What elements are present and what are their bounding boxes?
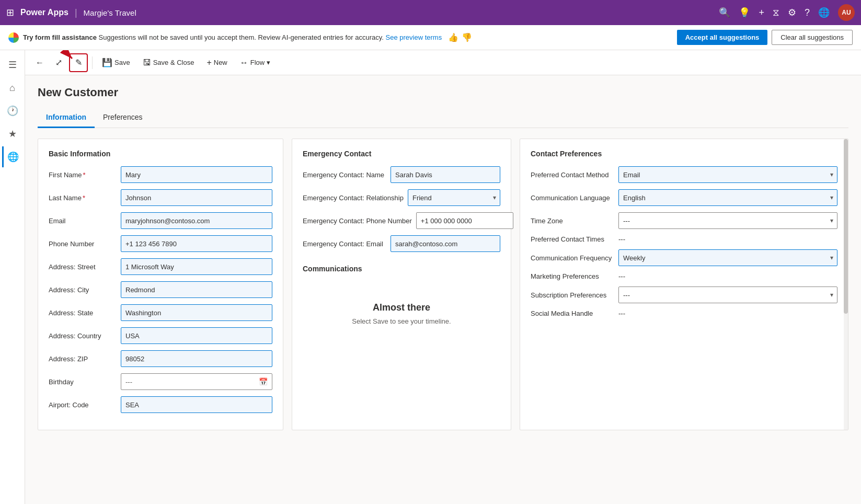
birthday-row: Birthday --- 📅 (49, 373, 272, 390)
first-name-row: First Name* (49, 166, 272, 183)
state-input[interactable] (121, 304, 272, 321)
airport-input[interactable] (121, 396, 272, 413)
edit-button[interactable]: ✎ (69, 53, 88, 72)
clear-all-button[interactable]: Clear all suggestions (772, 30, 853, 45)
marketing-row: Marketing Preferences --- (531, 272, 837, 280)
street-input[interactable] (121, 258, 272, 275)
timezone-label: Time Zone (531, 217, 614, 225)
nav-divider: | (75, 7, 77, 18)
email-input[interactable] (121, 212, 272, 229)
ec-phone-row: Emergency Contact: Phone Number (303, 212, 500, 229)
grid-icon[interactable]: ⊞ (6, 7, 14, 18)
thumbup-icon[interactable]: 👍 (448, 32, 458, 42)
email-label: Email (49, 217, 117, 225)
comm-freq-label: Communication Frequency (531, 254, 614, 262)
phone-input[interactable] (121, 235, 272, 252)
ai-logo (8, 32, 19, 43)
search-icon[interactable]: 🔍 (719, 7, 730, 18)
contact-preferences-panel: Contact Preferences Preferred Contact Me… (520, 139, 848, 430)
lightbulb-icon[interactable]: 💡 (739, 7, 750, 18)
popout-button[interactable]: ⤢ (50, 54, 67, 71)
sidebar-item-pinned[interactable]: ★ (2, 123, 23, 144)
pref-method-label: Preferred Contact Method (531, 171, 614, 179)
state-label: Address: State (49, 309, 117, 317)
plus-icon[interactable]: + (759, 7, 764, 18)
tab-preferences[interactable]: Preferences (95, 108, 151, 128)
street-row: Address: Street (49, 258, 272, 275)
ai-feedback: 👍 👎 (448, 32, 472, 42)
pref-times-value: --- (618, 235, 625, 243)
communications-title: Communications (303, 265, 500, 273)
basic-info-panel: Basic Information First Name* Last Name*… (38, 139, 283, 430)
ec-phone-label: Emergency Contact: Phone Number (303, 217, 412, 225)
timezone-wrapper: --- ▾ (618, 212, 837, 229)
sidebar-item-home[interactable]: ⌂ (2, 77, 23, 98)
subscription-label: Subscription Preferences (531, 291, 614, 299)
city-label: Address: City (49, 286, 117, 294)
ec-relationship-row: Emergency Contact: Relationship Friend F… (303, 189, 500, 206)
page-title: New Customer (38, 86, 848, 99)
pref-method-wrapper: Email Phone ▾ (618, 166, 837, 183)
timezone-select[interactable]: --- (618, 212, 837, 229)
airport-row: Airport: Code (49, 396, 272, 413)
calendar-icon: 📅 (259, 377, 268, 386)
scroll-thumb[interactable] (844, 139, 848, 314)
preview-terms-link[interactable]: See preview terms (385, 33, 442, 41)
airport-label: Airport: Code (49, 401, 117, 409)
save-button[interactable]: 💾 Save (97, 54, 135, 71)
left-sidebar: ☰ ⌂ 🕐 ★ 🌐 (0, 50, 25, 504)
pref-method-row: Preferred Contact Method Email Phone ▾ (531, 166, 837, 183)
flow-icon: ↔ (240, 58, 248, 67)
top-nav-right: 🔍 💡 + ⧖ ⚙ ? 🌐 AU (719, 4, 855, 21)
ai-banner-text: Try form fill assistance Suggestions wil… (23, 33, 442, 41)
sidebar-item-recent[interactable]: 🕐 (2, 100, 23, 121)
ec-relationship-label: Emergency Contact: Relationship (303, 194, 404, 202)
basic-info-title: Basic Information (49, 150, 272, 158)
phone-label: Phone Number (49, 240, 117, 248)
almost-there-section: Almost there Select Save to see your tim… (303, 281, 500, 336)
comm-lang-label: Communication Language (531, 194, 614, 202)
ec-name-row: Emergency Contact: Name (303, 166, 500, 183)
flow-button[interactable]: ↔ Flow ▾ (235, 55, 275, 71)
pref-method-select[interactable]: Email Phone (618, 166, 837, 183)
sidebar-item-data[interactable]: 🌐 (2, 146, 23, 167)
top-nav: ⊞ Power Apps | Margie's Travel 🔍 💡 + ⧖ ⚙… (0, 0, 861, 25)
almost-there-title: Almost there (313, 302, 490, 313)
zip-label: Address: ZIP (49, 355, 117, 363)
country-row: Address: Country (49, 327, 272, 344)
back-button[interactable]: ← (31, 54, 48, 71)
comm-lang-select[interactable]: English Spanish (618, 189, 837, 206)
zip-input[interactable] (121, 350, 272, 367)
global-icon[interactable]: 🌐 (818, 7, 830, 18)
avatar[interactable]: AU (838, 4, 855, 21)
social-media-label: Social Media Handle (531, 310, 614, 317)
first-name-input[interactable] (121, 166, 272, 183)
filter-icon[interactable]: ⧖ (773, 7, 779, 18)
main-content: ← ⤢ ✎ 💾 Save 🖫 Save & Close + (25, 50, 861, 504)
accept-all-button[interactable]: Accept all suggestions (677, 30, 768, 45)
ec-phone-input[interactable] (416, 212, 513, 229)
tab-information[interactable]: Information (38, 108, 95, 128)
thumbdown-icon[interactable]: 👎 (462, 32, 472, 42)
ec-email-input[interactable] (391, 235, 500, 252)
scroll-track[interactable] (844, 139, 848, 430)
birthday-input[interactable]: --- 📅 (121, 373, 272, 390)
ec-name-input[interactable] (391, 166, 500, 183)
emergency-contact-panel: Emergency Contact Emergency Contact: Nam… (292, 139, 511, 430)
toolbar: ← ⤢ ✎ 💾 Save 🖫 Save & Close + (25, 50, 861, 75)
brand-label: Power Apps (20, 8, 68, 17)
ec-relationship-select[interactable]: Friend Family Spouse (408, 189, 500, 206)
help-icon[interactable]: ? (805, 7, 810, 18)
sidebar-item-menu[interactable]: ☰ (2, 54, 23, 75)
tab-bar: Information Preferences (38, 108, 848, 128)
new-button[interactable]: + New (201, 55, 232, 71)
ec-relationship-wrapper: Friend Family Spouse ▾ (408, 189, 500, 206)
country-input[interactable] (121, 327, 272, 344)
save-close-button[interactable]: 🖫 Save & Close (137, 55, 200, 71)
last-name-input[interactable] (121, 189, 272, 206)
settings-icon[interactable]: ⚙ (788, 7, 796, 18)
contact-preferences-title: Contact Preferences (531, 150, 837, 158)
comm-freq-select[interactable]: Weekly Monthly (618, 249, 837, 266)
subscription-select[interactable]: --- (618, 287, 837, 303)
city-input[interactable] (121, 281, 272, 298)
